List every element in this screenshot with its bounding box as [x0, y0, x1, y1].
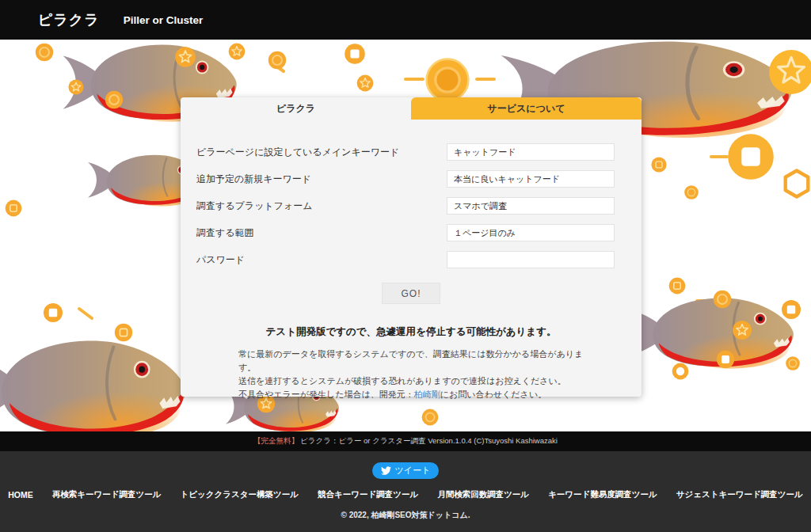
free-badge: 【完全無料】 — [253, 436, 299, 446]
version-text: ピラクラ：ピラー or クラスター調査 Version.1.0.4 (C)Tsu… — [300, 436, 558, 446]
form-row: 追加予定の新規キーワード — [196, 170, 615, 188]
main-keyword-label: ピラーページに設定しているメインキーワード — [196, 146, 447, 159]
footer-nav: HOME 再検索キーワード調査ツール トピッククラスター構築ツール 競合キーワー… — [0, 489, 811, 500]
form-body: ピラーページに設定しているメインキーワード 追加予定の新規キーワード 調査するプ… — [181, 120, 642, 401]
footer-link-competitor-keyword[interactable]: 競合キーワード調査ツール — [308, 489, 428, 500]
footer-link-home[interactable]: HOME — [0, 490, 43, 500]
notice-line-3: 不具合やエラーが発生した場合は、開発元：柏崎剛にお問い合わせください。 — [238, 388, 584, 401]
password-input[interactable] — [447, 251, 615, 268]
main-keyword-input[interactable] — [447, 143, 615, 161]
notice-line-3-suffix: にお問い合わせください。 — [440, 390, 546, 399]
password-label: パスワード — [196, 253, 447, 267]
tweet-button-label: ツイート — [395, 465, 431, 477]
tab-bar: ピラクラ サービスについて — [181, 97, 642, 120]
notice-line-3-prefix: 不具合やエラーが発生した場合は、開発元： — [238, 390, 414, 399]
footer-link-topic-cluster[interactable]: トピッククラスター構築ツール — [170, 489, 307, 500]
main-form-card: ピラクラ サービスについて ピラーページに設定しているメインキーワード 追加予定… — [181, 97, 642, 397]
notice-line-2: 送信を連打するとシステムが破損する恐れがありますので連投はお控えください。 — [238, 374, 584, 388]
copyright-text: © 2022, 柏崎剛SEO対策ドットコム. — [0, 510, 811, 521]
footer-link-suggest-keyword[interactable]: サジェストキーワード調査ツール — [667, 489, 811, 500]
version-info-bar: 【完全無料】 ピラクラ：ピラー or クラスター調査 Version.1.0.4… — [0, 431, 811, 451]
top-header: ピラクラ Piller or Cluster — [0, 0, 811, 40]
scope-label: 調査する範囲 — [196, 226, 447, 240]
piranha-illustration — [0, 341, 185, 431]
platform-input[interactable] — [447, 197, 615, 215]
app-subtitle: Piller or Cluster — [124, 14, 204, 26]
piranha-illustration — [626, 298, 793, 369]
footer-link-keyword-difficulty[interactable]: キーワード難易度調査ツール — [539, 489, 667, 500]
notice-body: 常に最新のデータを取得するシステムですので、調査結果には数分かかる場合があります… — [238, 348, 584, 401]
app-title: ピラクラ — [38, 10, 100, 29]
form-row: ピラーページに設定しているメインキーワード — [196, 143, 615, 161]
new-keyword-label: 追加予定の新規キーワード — [196, 173, 447, 186]
notice-line-1: 常に最新のデータを取得するシステムですので、調査結果には数分かかる場合があります… — [238, 348, 584, 374]
footer-link-research-keyword[interactable]: 再検索キーワード調査ツール — [43, 489, 171, 500]
platform-label: 調査するプラットフォーム — [196, 200, 447, 213]
tweet-button[interactable]: ツイート — [372, 462, 440, 479]
footer: ツイート HOME 再検索キーワード調査ツール トピッククラスター構築ツール 競… — [0, 451, 811, 532]
form-row: 調査するプラットフォーム — [196, 197, 615, 215]
new-keyword-input[interactable] — [447, 170, 615, 188]
form-row: パスワード — [196, 251, 615, 268]
footer-link-monthly-search[interactable]: 月間検索回数調査ツール — [428, 489, 539, 500]
developer-link[interactable]: 柏崎剛 — [414, 390, 440, 399]
tab-piracra[interactable]: ピラクラ — [181, 97, 411, 120]
scope-input[interactable] — [447, 224, 615, 241]
form-row: 調査する範囲 — [196, 224, 615, 241]
tab-about-service[interactable]: サービスについて — [411, 97, 642, 120]
twitter-bird-icon — [381, 466, 391, 476]
page: ピラクラ Piller or Cluster — [0, 0, 811, 532]
go-button[interactable]: GO! — [382, 283, 440, 304]
main-area: ピラクラ サービスについて ピラーページに設定しているメインキーワード 追加予定… — [0, 40, 811, 431]
notice-heading: テスト開発版ですので、急遽運用を停止する可能性があります。 — [181, 325, 642, 339]
